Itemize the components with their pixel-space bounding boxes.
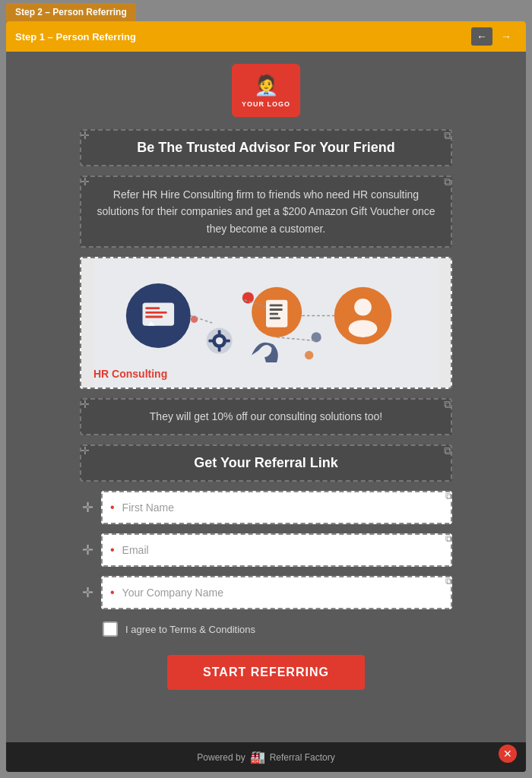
svg-rect-12: [208, 340, 214, 343]
logo-icon: 🧑‍💼: [254, 74, 279, 97]
svg-rect-3: [145, 307, 160, 309]
input-corner-icon: ⧉: [445, 533, 452, 544]
checkbox-row: I agree to Terms & Conditions: [80, 618, 452, 640]
start-referring-button[interactable]: START REFERRING: [167, 655, 365, 690]
input-corner-icon: ⧉: [445, 491, 452, 501]
svg-rect-10: [218, 330, 221, 337]
email-input[interactable]: [115, 535, 451, 565]
prev-button[interactable]: ←: [471, 27, 492, 46]
tab-step2[interactable]: Step 2 – Person Referring: [6, 3, 136, 21]
description-block: ✛ ⧉ Refer HR Hire Consulting firm to fri…: [80, 176, 452, 248]
first-name-row: ✛ • ⧉: [80, 491, 452, 524]
svg-point-30: [305, 351, 313, 359]
svg-rect-11: [218, 346, 221, 352]
brand-icon: 🏭: [250, 750, 265, 764]
svg-rect-19: [270, 318, 280, 320]
svg-rect-17: [270, 308, 283, 311]
first-name-wrapper: • ⧉: [101, 491, 452, 524]
corner-tr: ⧉: [444, 176, 451, 187]
close-button[interactable]: ✕: [499, 745, 517, 763]
svg-point-22: [349, 320, 378, 337]
checkbox-label: I agree to Terms & Conditions: [125, 624, 255, 635]
card-header: Step 1 – Person Referring ← →: [6, 21, 526, 52]
email-row: ✛ • ⧉: [80, 533, 452, 567]
tab-strip: Step 2 – Person Referring: [0, 0, 142, 21]
svg-point-24: [191, 316, 198, 323]
small-text: They will get 10% off our consulting sol…: [93, 409, 439, 425]
row-plus-icon: ✛: [80, 499, 95, 516]
corner-tr: ⧉: [444, 399, 451, 410]
image-block: ✛ ⧉: [80, 257, 452, 389]
corner-tr: ⧉: [444, 130, 451, 141]
company-name-row: ✛ • ⧉: [80, 576, 452, 609]
svg-rect-18: [270, 313, 278, 315]
svg-rect-5: [145, 316, 163, 318]
company-name-wrapper: • ⧉: [101, 576, 452, 609]
headline-text: Be The Trusted Advisor For Your Friend: [93, 140, 439, 156]
card-title: Step 1 – Person Referring: [15, 31, 136, 43]
svg-point-23: [242, 293, 254, 304]
corner-tl: ✛: [81, 176, 90, 187]
svg-point-9: [216, 337, 223, 344]
svg-rect-4: [145, 312, 166, 314]
referral-header-block: ✛ ⧉ Get Your Referral Link: [80, 444, 452, 482]
svg-rect-13: [224, 340, 230, 343]
small-text-block: ✛ ⧉ They will get 10% off our consulting…: [80, 398, 452, 435]
card-content: 🧑‍💼 YOUR LOGO ✛ ⧉ Be The Trusted Advisor…: [6, 52, 526, 742]
first-name-input[interactable]: [115, 492, 451, 523]
input-corner-icon: ⧉: [445, 576, 452, 587]
corner-tl: ✛: [81, 399, 90, 410]
description-text: Refer HR Hire Consulting firm to friends…: [93, 186, 439, 237]
nav-buttons: ← →: [471, 27, 517, 46]
row-plus-icon: ✛: [80, 584, 95, 601]
svg-rect-16: [270, 305, 283, 307]
corner-tl: ✛: [81, 445, 90, 456]
logo-box: 🧑‍💼 YOUR LOGO: [232, 64, 300, 117]
referral-header-text: Get Your Referral Link: [93, 455, 439, 471]
company-name-input[interactable]: [115, 577, 451, 608]
email-wrapper: • ⧉: [101, 533, 452, 567]
terms-checkbox[interactable]: [103, 621, 118, 637]
svg-rect-2: [143, 303, 175, 326]
corner-tl: ✛: [81, 130, 90, 141]
logo-text: YOUR LOGO: [242, 100, 290, 108]
logo-area: 🧑‍💼 YOUR LOGO: [232, 64, 300, 117]
next-button[interactable]: →: [496, 27, 517, 46]
footer: Powered by 🏭 Referral Factory: [6, 742, 526, 772]
corner-tr: ⧉: [444, 445, 451, 456]
main-card: Step 1 – Person Referring ← → 🧑‍💼 YOUR L…: [6, 21, 526, 772]
svg-point-21: [354, 299, 372, 316]
powered-by-text: Powered by: [197, 752, 245, 763]
illustration: HR Consulting: [81, 258, 451, 387]
headline-block: ✛ ⧉ Be The Trusted Advisor For Your Frie…: [80, 129, 452, 166]
row-plus-icon: ✛: [80, 542, 95, 558]
brand-name: Referral Factory: [270, 752, 335, 763]
image-label: HR Consulting: [93, 368, 167, 380]
